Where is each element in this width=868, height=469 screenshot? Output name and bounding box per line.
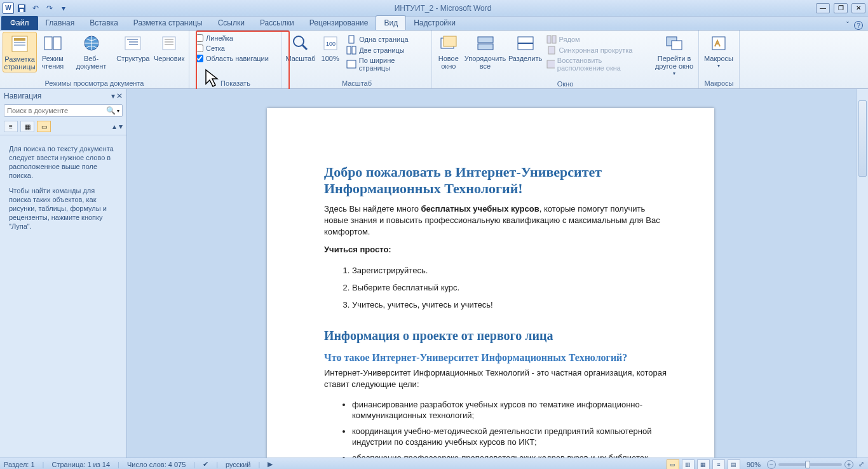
navigation-pane-checkbox[interactable]: Область навигации <box>196 55 269 62</box>
nav-dropdown-icon[interactable]: ▾ <box>111 92 115 100</box>
nav-next-icon[interactable]: ▾ <box>119 122 123 131</box>
doc-bullet-list: финансирование разработок учебных курсов… <box>352 397 670 458</box>
tab-addins[interactable]: Надстройки <box>406 16 463 30</box>
tab-review[interactable]: Рецензирование <box>302 16 376 30</box>
list-item: Выберите бесплатный курс. <box>352 279 670 296</box>
svg-text:100: 100 <box>326 41 336 47</box>
svg-rect-37 <box>672 41 682 50</box>
tab-home[interactable]: Главная <box>38 16 83 30</box>
split-button[interactable]: Разделить <box>508 32 543 64</box>
reading-icon <box>43 33 63 53</box>
views-group-label: Режимы просмотра документа <box>3 78 186 88</box>
tab-view[interactable]: Вид <box>376 15 406 30</box>
print-layout-button[interactable]: Разметка страницы <box>3 32 37 72</box>
zoom-slider-knob[interactable] <box>805 461 810 468</box>
svg-rect-1 <box>19 5 24 8</box>
title-bar: W ↶ ↷ ▾ ИНТУИТ_2 - Microsoft Word — ❐ ✕ <box>0 0 868 17</box>
outline-button[interactable]: Структура <box>115 32 151 64</box>
doc-numbered-list: Зарегистрируйтесь. Выберите бесплатный к… <box>352 262 670 313</box>
status-section[interactable]: Раздел: 1 <box>4 461 35 468</box>
zoom-100-icon: 100 <box>320 33 341 53</box>
two-pages-button[interactable]: Две страницы <box>344 45 429 55</box>
list-item: Учитесь, учитесь, учитесь и учитесь! <box>352 296 670 313</box>
undo-button[interactable]: ↶ <box>29 2 42 15</box>
save-button[interactable] <box>15 2 28 15</box>
arrange-all-button[interactable]: Упорядочить все <box>464 32 507 71</box>
maximize-button[interactable]: ❐ <box>834 3 848 13</box>
svg-point-18 <box>294 36 304 46</box>
view-draft-button[interactable]: ▤ <box>728 459 740 470</box>
draft-button[interactable]: Черновик <box>152 32 186 64</box>
svg-rect-25 <box>347 60 356 68</box>
document-page[interactable]: Добро пожаловать в Интернет-Университет … <box>267 108 714 458</box>
show-group-label: Показать <box>192 78 279 88</box>
file-tab[interactable]: Файл <box>1 16 38 30</box>
one-page-button[interactable]: Одна страница <box>344 34 429 44</box>
status-page[interactable]: Страница: 1 из 14 <box>51 461 110 468</box>
tab-references[interactable]: Ссылки <box>210 16 252 30</box>
svg-rect-7 <box>44 37 52 50</box>
view-outline-button[interactable]: ≡ <box>712 459 725 470</box>
status-macro-icon[interactable]: ▶ <box>268 460 273 468</box>
qat-customize-icon[interactable]: ▾ <box>57 2 70 15</box>
web-layout-button[interactable]: Веб-документ <box>69 32 114 71</box>
svg-rect-22 <box>349 36 354 43</box>
redo-button[interactable]: ↷ <box>43 2 56 15</box>
tab-mailings[interactable]: Рассылки <box>252 16 302 30</box>
tab-insert[interactable]: Вставка <box>82 16 126 30</box>
zoom-slider[interactable] <box>778 463 842 466</box>
window-group-label: Окно <box>435 79 696 89</box>
status-words[interactable]: Число слов: 4 075 <box>127 461 186 468</box>
vertical-scrollbar[interactable] <box>857 89 868 458</box>
search-icon[interactable]: 🔍 <box>106 106 116 115</box>
macros-button[interactable]: Макросы ▾ <box>702 32 736 71</box>
search-input[interactable] <box>7 107 106 114</box>
view-web-button[interactable]: ▦ <box>697 459 710 470</box>
nav-search-box[interactable]: 🔍 ▾ <box>4 104 123 117</box>
gridlines-checkbox[interactable]: Сетка <box>196 44 269 52</box>
nav-prev-icon[interactable]: ▴ <box>112 122 116 131</box>
new-window-button[interactable]: Новое окно <box>435 32 463 71</box>
page-width-button[interactable]: По ширине страницы <box>344 56 429 72</box>
help-icon[interactable]: ? <box>854 21 863 30</box>
nav-tab-results[interactable]: ▭ <box>37 121 51 132</box>
navigation-title: Навигация <box>4 92 41 100</box>
close-button[interactable]: ✕ <box>851 3 865 13</box>
doc-paragraph: Учиться просто: <box>324 244 670 255</box>
zoom-fit-button[interactable]: ⤢ <box>858 460 864 468</box>
zoom-group-label: Масштаб <box>285 78 429 88</box>
scrollbar-thumb[interactable] <box>858 100 867 177</box>
zoom-level[interactable]: 90% <box>747 461 761 468</box>
word-app-icon[interactable]: W <box>3 3 14 14</box>
ribbon-tabs: Файл Главная Вставка Разметка страницы С… <box>0 17 868 31</box>
nav-close-icon[interactable]: ✕ <box>116 92 123 100</box>
macros-group-label: Макросы <box>702 78 736 88</box>
nav-tab-pages[interactable]: ▦ <box>20 121 34 132</box>
svg-line-19 <box>302 45 307 50</box>
window-title: ИНТУИТ_2 - Microsoft Word <box>70 4 816 13</box>
zoom-100-button[interactable]: 100 100% <box>318 32 342 64</box>
doc-paragraph: Интернет-Университет Информационных Техн… <box>324 367 670 390</box>
zoom-in-button[interactable]: + <box>844 460 853 469</box>
reading-mode-button[interactable]: Режим чтения <box>38 32 67 71</box>
ribbon-minimize-icon[interactable]: ˇ <box>846 21 849 30</box>
view-reading-button[interactable]: ▥ <box>682 459 695 470</box>
status-language[interactable]: русский <box>226 461 250 468</box>
search-dropdown-icon[interactable]: ▾ <box>117 108 119 114</box>
ruler-checkbox[interactable]: Линейка <box>196 34 269 42</box>
zoom-out-button[interactable]: − <box>767 460 776 469</box>
svg-rect-2 <box>20 9 24 12</box>
minimize-button[interactable]: — <box>816 3 830 13</box>
switch-window-button[interactable]: Перейти в другое окно ▾ <box>653 32 696 79</box>
zoom-button[interactable]: Масштаб <box>285 32 316 64</box>
status-proofing-icon[interactable]: ✔ <box>203 460 208 468</box>
svg-rect-14 <box>163 37 175 50</box>
view-print-layout-button[interactable]: ▭ <box>667 459 679 470</box>
document-area[interactable]: Добро пожаловать в Интернет-Университет … <box>127 89 868 458</box>
nav-tab-headings[interactable]: ≡ <box>4 121 18 132</box>
svg-rect-23 <box>347 46 351 54</box>
web-icon <box>81 33 102 53</box>
reset-window-button: Восстановить расположение окна <box>544 56 651 72</box>
tab-page-layout[interactable]: Разметка страницы <box>126 16 210 30</box>
svg-rect-33 <box>552 36 556 43</box>
